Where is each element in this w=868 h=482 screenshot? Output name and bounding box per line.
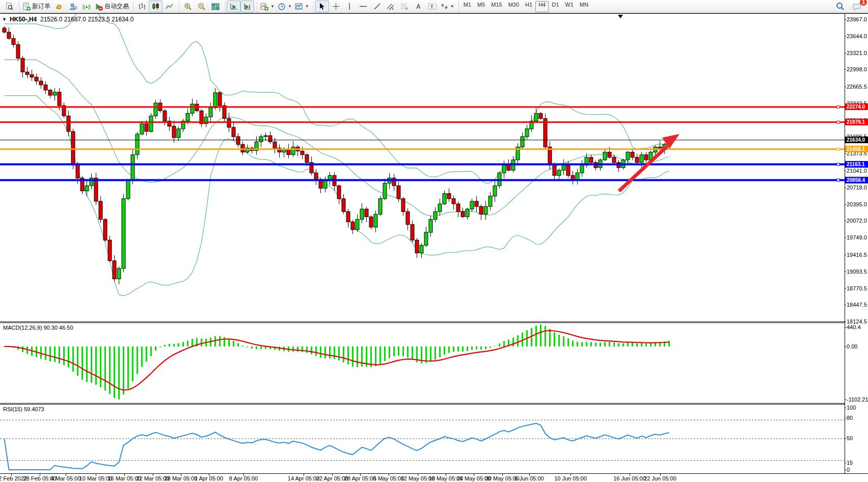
price-line-badge: 21634.0 (845, 137, 868, 143)
main-toolbar: 新订单 自动交易 (0, 0, 868, 13)
rsi-plot[interactable] (0, 405, 845, 473)
macd-axis-tick: -1102.21 (847, 396, 868, 403)
price-axis[interactable]: 23967.023644.023321.022998.022665.522342… (845, 14, 868, 473)
timeframe-D1[interactable]: D1 (549, 1, 562, 12)
timeframe-H4[interactable]: H4 (535, 1, 549, 12)
zoom-out-icon (198, 3, 206, 11)
trendline-icon (373, 3, 381, 10)
price-line-badge: 20858.4 (845, 177, 868, 183)
vline-tool-button[interactable] (343, 1, 357, 12)
periods-caret-icon: ▼ (288, 4, 292, 9)
new-order-icon (22, 3, 31, 11)
time-label: 28 Mar 05:00 (165, 475, 198, 481)
timeframe-H1[interactable]: H1 (522, 1, 535, 12)
autotrading-icon (95, 3, 103, 11)
symbols-icon (6, 3, 13, 10)
hline-tool-button[interactable] (357, 1, 370, 12)
vertical-line-icon (347, 3, 352, 10)
new-order-button[interactable]: 新订单 (21, 1, 52, 12)
rsi-axis-tick: 15 (847, 460, 853, 466)
candlestick-canvas (0, 14, 845, 322)
time-label: 14 Apr 05:00 (288, 475, 319, 481)
time-label: 8 Apr 05:00 (229, 475, 258, 481)
price-line-badge: 21163.1 (845, 161, 868, 168)
timeframe-W1[interactable]: W1 (562, 1, 577, 12)
price-tick: 19416.5 (847, 252, 867, 258)
autotrading-button[interactable]: 自动交易 (93, 1, 130, 12)
chart-window: ▼ HK50-,H4 21526.0 21687.0 21523.5 21634… (0, 13, 868, 482)
price-tick: 20395.0 (847, 201, 867, 207)
crosshair-tool-button[interactable] (329, 1, 343, 12)
line-chart-button[interactable] (162, 1, 176, 12)
notifications-button[interactable]: 1 (850, 1, 864, 12)
time-label: 6 Jun 05:00 (514, 475, 544, 481)
accounts-icon (69, 3, 77, 11)
price-tick: 22665.5 (847, 84, 867, 90)
search-icon (836, 2, 845, 11)
search-button[interactable] (833, 1, 847, 12)
zoom-in-button[interactable] (181, 1, 195, 12)
timeframe-bar: M1M5M15M30H1H4D1W1MN (458, 1, 593, 13)
time-label: 22 Jun 05:00 (644, 475, 676, 481)
macd-plot[interactable] (0, 323, 845, 403)
svg-text:T: T (430, 4, 433, 9)
macd-label: MACD(12,26,9) 90.30 46.50 (3, 325, 73, 331)
symbols-button[interactable] (3, 1, 16, 12)
text-tool-button[interactable]: A (412, 1, 425, 12)
horizontal-line-icon (359, 3, 367, 10)
bar-chart-button[interactable] (135, 1, 149, 12)
timeframe-M1[interactable]: M1 (460, 1, 474, 12)
timeframe-MN[interactable]: MN (577, 1, 591, 12)
new-order-label: 新订单 (32, 2, 50, 11)
templates-button[interactable]: ▼ (293, 1, 311, 12)
chart-shift-button[interactable] (240, 1, 254, 12)
accounts-button[interactable] (66, 1, 79, 12)
timeframe-M5[interactable]: M5 (474, 1, 488, 12)
timeframe-M15[interactable]: M15 (488, 1, 505, 12)
fibonacci-tool-button[interactable]: F (398, 1, 412, 12)
candle-chart-button[interactable] (149, 1, 162, 12)
cursor-tool-button[interactable] (315, 1, 329, 12)
zoom-in-icon (184, 3, 192, 11)
time-label: 4 Mar 05:00 (51, 475, 81, 481)
price-tick: 23967.0 (847, 16, 867, 22)
zoom-out-button[interactable] (195, 1, 208, 12)
notification-badge: 1 (860, 0, 867, 6)
price-chart-plot[interactable] (0, 14, 845, 322)
autoscroll-icon (230, 3, 238, 10)
price-line-badge: 21458.1 (845, 146, 868, 152)
rsi-axis-tick: 80 (847, 415, 853, 421)
tile-windows-icon (211, 3, 220, 11)
tile-windows-button[interactable] (208, 1, 222, 12)
periods-icon (278, 3, 286, 11)
price-tick: 23321.0 (847, 50, 867, 56)
price-tick: 19093.5 (847, 269, 867, 275)
rsi-axis-tick: 100 (847, 405, 856, 411)
arrows-caret-icon: ▼ (450, 4, 454, 9)
market-depth-icon (55, 3, 63, 11)
timeframe-M30[interactable]: M30 (505, 1, 522, 12)
arrows-tool-button[interactable]: ▼ (439, 1, 456, 12)
market-depth-button[interactable] (52, 1, 66, 12)
signals-button[interactable] (79, 1, 93, 12)
trendline-tool-button[interactable] (370, 1, 384, 12)
arrows-icon (441, 3, 448, 10)
indicators-icon (260, 3, 268, 11)
periods-button[interactable]: ▼ (276, 1, 293, 12)
fibonacci-icon: F (400, 3, 409, 10)
indicators-button[interactable]: ▼ (259, 1, 276, 12)
collapse-triangle-icon: ▼ (2, 17, 7, 22)
price-tick: 18770.5 (847, 285, 867, 291)
text-label-tool-button[interactable]: T (425, 1, 439, 12)
equidistant-channel-icon: E (387, 3, 395, 10)
time-label: 28 Apr 05:00 (344, 475, 376, 481)
channel-tool-button[interactable]: E (384, 1, 398, 12)
time-label: 5 May 05:00 (373, 475, 404, 481)
autoscroll-button[interactable] (227, 1, 240, 12)
price-tick: 18447.5 (847, 302, 867, 308)
time-axis[interactable]: 22 Feb 202228 Feb 05:004 Mar 05:0010 Mar… (0, 473, 868, 482)
text-tool-icon: A (416, 3, 421, 10)
time-label: 10 Jun 05:00 (554, 475, 587, 481)
rsi-axis-tick: 50 (847, 435, 853, 441)
price-tick: 22998.0 (847, 66, 867, 72)
